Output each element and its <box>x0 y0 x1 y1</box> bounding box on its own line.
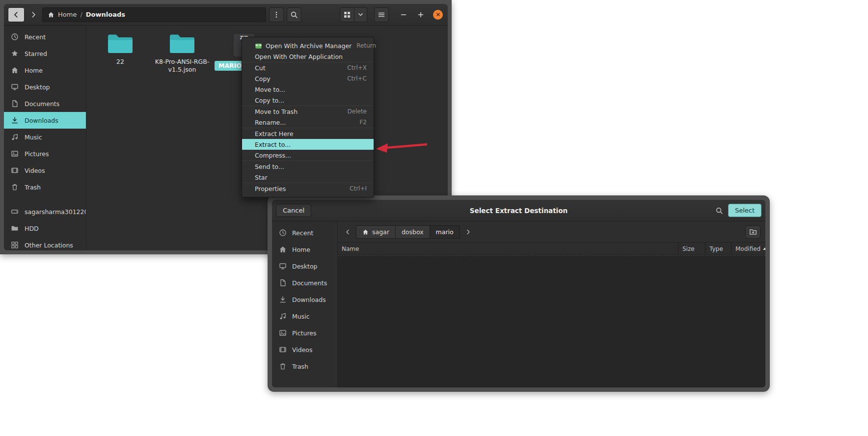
dialog-sidebar-item-desktop[interactable]: Desktop <box>272 258 337 274</box>
column-header-size[interactable]: Size <box>678 243 705 255</box>
breadcrumb[interactable]: Home / Downloads <box>42 7 266 22</box>
context-menu-item-properties[interactable]: Properties Ctrl+I <box>242 183 374 194</box>
context-menu-item-star[interactable]: Star <box>242 172 374 183</box>
sidebar-item-pictures[interactable]: Pictures <box>4 145 86 162</box>
sidebar-item-downloads[interactable]: Downloads <box>4 112 86 129</box>
image-icon <box>279 329 287 337</box>
context-menu-item-compress[interactable]: Compress... <box>242 150 374 161</box>
path-forward-button[interactable] <box>462 225 474 239</box>
extract-destination-dialog: Cancel Select Extract Destination Select… <box>268 195 770 392</box>
sidebar-item-documents[interactable]: Documents <box>4 95 86 112</box>
maximize-button[interactable] <box>416 10 426 20</box>
context-menu-item-open-with-other-application[interactable]: Open With Other Application <box>242 51 374 62</box>
sidebar-item-starred[interactable]: Starred <box>4 45 86 62</box>
folder-icon <box>11 224 19 232</box>
home-icon <box>48 11 54 18</box>
dialog-search-button[interactable] <box>713 203 725 218</box>
file-name: 22 <box>116 58 124 66</box>
file-list-empty-area[interactable] <box>338 255 765 387</box>
dialog-sidebar-item-music[interactable]: Music <box>272 308 337 325</box>
recent-icon <box>11 33 19 41</box>
dialog-sidebar-item-downloads[interactable]: Downloads <box>272 291 337 308</box>
context-menu-item-extract-to[interactable]: Extract to... <box>242 139 374 150</box>
context-menu-item-copy[interactable]: Copy Ctrl+C <box>242 73 374 84</box>
dialog-places-sidebar: Recent Home Desktop Documents Downloads … <box>272 221 338 387</box>
sidebar-item-trash[interactable]: Trash <box>4 179 86 195</box>
path-button-sagar[interactable]: sagar <box>356 225 396 239</box>
path-back-button[interactable] <box>342 225 353 239</box>
view-options-button[interactable] <box>269 7 284 22</box>
archive-manager-app-icon <box>255 42 262 50</box>
breadcrumb-current[interactable]: Downloads <box>86 11 125 18</box>
select-button[interactable]: Select <box>728 204 761 217</box>
dialog-body: Recent Home Desktop Documents Downloads … <box>272 221 765 387</box>
file-list-header: Name Size Type Modified <box>338 242 765 255</box>
forward-button[interactable] <box>27 7 39 22</box>
sidebar-item-recent[interactable]: Recent <box>4 28 86 45</box>
trash-icon <box>11 183 19 191</box>
chevron-right-icon <box>465 229 471 235</box>
grid-view-button[interactable] <box>340 7 354 22</box>
sidebar-item-home[interactable]: Home <box>4 62 86 79</box>
sidebar-item-videos[interactable]: Videos <box>4 162 86 179</box>
context-menu-item-send-to[interactable]: Send to... <box>242 161 374 172</box>
sidebar-item-desktop[interactable]: Desktop <box>4 79 86 95</box>
dialog-surface: Cancel Select Extract Destination Select… <box>272 200 765 387</box>
context-menu-item-extract-here[interactable]: Extract Here <box>242 128 374 139</box>
home-icon <box>362 229 369 235</box>
trash-icon <box>279 362 287 370</box>
chevron-left-icon <box>345 229 351 235</box>
sort-indicator-icon <box>763 247 765 250</box>
context-menu-item-move-to-trash[interactable]: Move to Trash Delete <box>242 106 374 117</box>
context-menu-item-move-to[interactable]: Move to... <box>242 84 374 95</box>
minimize-button[interactable] <box>399 10 408 20</box>
sidebar-item-sagarsharma-drive[interactable]: sagarsharma3012200... <box>4 203 86 220</box>
new-folder-icon <box>749 228 757 236</box>
sidebar-item-hdd[interactable]: HDD <box>4 220 86 237</box>
dialog-sidebar-item-home[interactable]: Home <box>272 241 337 258</box>
dialog-headerbar: Cancel Select Extract Destination Select <box>272 200 765 221</box>
view-dropdown-button[interactable] <box>354 7 367 22</box>
breadcrumb-root[interactable]: Home <box>58 11 77 18</box>
context-menu-item-copy-to[interactable]: Copy to... <box>242 95 374 106</box>
cancel-button[interactable]: Cancel <box>276 204 311 217</box>
file-item-k8-pro[interactable]: K8-Pro-ANSI-RGB-v1.5.json <box>155 33 210 73</box>
column-header-name[interactable]: Name <box>338 243 678 255</box>
download-icon <box>279 296 287 303</box>
sidebar-item-music[interactable]: Music <box>4 129 86 145</box>
search-icon <box>715 207 723 215</box>
search-button[interactable] <box>287 7 301 22</box>
path-buttons: sagar dosbox mario <box>356 225 460 239</box>
maximize-icon <box>417 11 425 19</box>
close-button[interactable] <box>433 10 443 20</box>
dialog-sidebar-item-recent[interactable]: Recent <box>272 224 337 241</box>
dialog-sidebar-item-pictures[interactable]: Pictures <box>272 325 337 341</box>
column-header-modified[interactable]: Modified <box>731 243 765 255</box>
shortcut-label: Return <box>356 42 376 49</box>
dialog-sidebar-item-trash[interactable]: Trash <box>272 358 337 375</box>
close-icon <box>435 11 441 18</box>
new-folder-button[interactable] <box>745 225 760 239</box>
path-button-mario[interactable]: mario <box>430 225 460 239</box>
context-menu-item-cut[interactable]: Cut Ctrl+X <box>242 62 374 73</box>
column-header-type[interactable]: Type <box>705 243 731 255</box>
context-menu-item-open-with-archive-manager[interactable]: Open With Archive Manager Return <box>242 40 374 51</box>
sidebar-item-other-locations[interactable]: Other Locations <box>4 237 86 250</box>
context-menu: Open With Archive Manager Return Open Wi… <box>242 37 374 197</box>
file-item-22[interactable]: 22 <box>93 33 148 66</box>
dialog-sidebar-item-documents[interactable]: Documents <box>272 274 337 291</box>
recent-icon <box>279 229 287 237</box>
red-arrow-annotation <box>373 138 432 156</box>
breadcrumb-separator: / <box>80 11 82 18</box>
image-icon <box>11 150 19 158</box>
star-icon <box>11 50 19 57</box>
path-button-dosbox[interactable]: dosbox <box>396 225 430 239</box>
back-button[interactable] <box>8 7 25 22</box>
home-icon <box>279 245 287 253</box>
dialog-sidebar-item-videos[interactable]: Videos <box>272 341 337 358</box>
dialog-title: Select Extract Destination <box>272 207 765 215</box>
desktop-icon <box>11 83 19 91</box>
context-menu-item-rename[interactable]: Rename... F2 <box>242 117 374 128</box>
app-menu-button[interactable] <box>374 7 389 22</box>
film-icon <box>279 346 287 354</box>
